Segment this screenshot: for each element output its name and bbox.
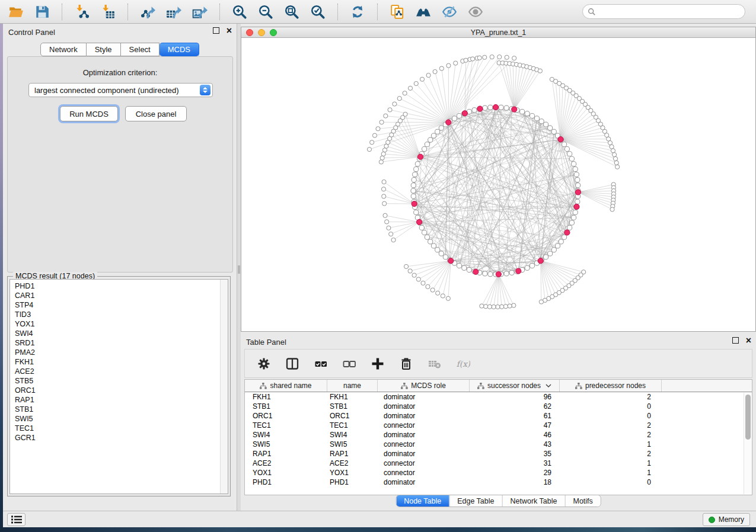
network-node[interactable] [564,146,569,151]
network-node[interactable] [614,161,618,165]
network-node[interactable] [534,116,539,121]
network-node[interactable] [539,119,544,124]
network-node[interactable] [551,129,556,134]
mcds-result-item[interactable]: TEC1 [10,424,228,433]
mcds-result-item[interactable]: CAR1 [10,291,228,300]
network-node[interactable] [497,55,502,59]
network-node[interactable] [382,180,386,184]
network-node[interactable] [443,255,448,259]
network-node[interactable] [525,265,529,270]
network-node[interactable] [613,152,617,156]
network-node[interactable] [426,73,430,77]
network-node[interactable] [416,277,420,281]
export-image-icon[interactable] [192,4,208,20]
network-node[interactable] [615,165,620,169]
network-node[interactable] [544,122,548,127]
import-table-icon[interactable] [100,4,116,20]
network-node[interactable] [430,288,435,292]
network-node[interactable] [382,194,386,198]
network-node[interactable] [431,133,436,138]
network-node[interactable] [487,305,492,309]
network-node[interactable] [562,235,566,239]
tab-network[interactable]: Network [40,43,87,56]
network-node[interactable] [454,61,458,65]
search-field[interactable] [582,4,745,19]
mcds-result-item[interactable]: PHD1 [10,281,228,291]
network-node[interactable] [441,294,445,298]
network-node[interactable] [428,137,433,142]
network-node[interactable] [381,187,385,191]
network-node[interactable] [408,269,412,273]
table-row[interactable]: ORC1ORC1dominator610 [245,411,752,421]
mcds-result-item[interactable]: SWI5 [10,414,228,424]
search-input[interactable] [598,6,740,18]
network-node[interactable] [567,152,572,156]
network-node[interactable] [376,127,380,131]
mcds-hub-node[interactable] [575,190,580,195]
network-node[interactable] [425,142,429,147]
network-node[interactable] [382,201,387,206]
table-row[interactable]: RAP1RAP1dominator352 [245,449,752,459]
network-node[interactable] [428,239,433,244]
network-node[interactable] [426,284,430,289]
network-node[interactable] [525,111,529,116]
network-node[interactable] [613,156,617,161]
tab-node-table[interactable]: Node Table [396,495,449,507]
close-panel-icon[interactable]: × [227,27,232,34]
network-node[interactable] [414,210,419,214]
import-network-icon[interactable] [74,4,90,20]
network-node[interactable] [512,303,516,307]
mcds-hub-node[interactable] [446,120,451,125]
fit-content-icon[interactable] [284,4,299,20]
network-node[interactable] [439,251,444,256]
export-table-icon[interactable] [166,4,181,20]
delete-selected-trash-icon[interactable] [399,357,413,371]
mcds-hub-node[interactable] [417,154,423,159]
network-node[interactable] [548,251,553,256]
add-column-plus-icon[interactable] [371,357,385,371]
column-header[interactable]: successor nodes [470,380,560,392]
mcds-result-item[interactable]: YOX1 [10,319,228,329]
mcds-hub-node[interactable] [493,104,498,110]
mcds-hub-node[interactable] [516,268,521,274]
network-node[interactable] [404,264,408,268]
mcds-hub-node[interactable] [512,107,517,112]
network-node[interactable] [499,105,503,110]
network-node[interactable] [490,55,494,59]
mcds-result-item[interactable]: SWI4 [10,329,228,338]
network-node[interactable] [488,105,493,110]
network-node[interactable] [435,248,440,252]
network-node[interactable] [389,232,393,236]
network-node[interactable] [477,56,481,60]
network-node[interactable] [496,305,500,309]
network-node[interactable] [379,160,383,164]
mcds-hub-node[interactable] [574,204,579,209]
network-node[interactable] [380,156,384,160]
close-panel-icon[interactable]: × [746,337,751,344]
network-node[interactable] [572,215,576,220]
mcds-result-item[interactable]: RAP1 [10,395,228,405]
tab-motifs[interactable]: Motifs [564,495,600,507]
mcds-result-item[interactable]: STB5 [10,376,228,386]
network-node[interactable] [576,183,580,188]
network-node[interactable] [439,126,444,130]
select-all-icon[interactable] [314,357,328,371]
mcds-result-item[interactable]: STB1 [10,405,228,414]
mcds-result-item[interactable]: STP4 [10,300,228,310]
network-node[interactable] [520,109,525,114]
mcds-hub-node[interactable] [462,111,467,116]
zoom-selected-icon[interactable] [310,4,326,20]
network-node[interactable] [446,63,451,68]
network-node[interactable] [555,243,560,248]
network-node[interactable] [483,271,487,276]
mcds-hub-node[interactable] [564,230,570,235]
network-node[interactable] [403,112,407,116]
network-node[interactable] [480,304,484,308]
memory-button[interactable]: Memory [703,513,750,526]
table-row[interactable]: PHD1PHD1dominator180 [245,477,752,487]
tab-style[interactable]: Style [87,43,121,56]
network-node[interactable] [457,263,461,268]
network-node[interactable] [419,225,424,230]
network-node[interactable] [610,207,614,211]
close-panel-button[interactable]: Close panel [125,106,187,121]
